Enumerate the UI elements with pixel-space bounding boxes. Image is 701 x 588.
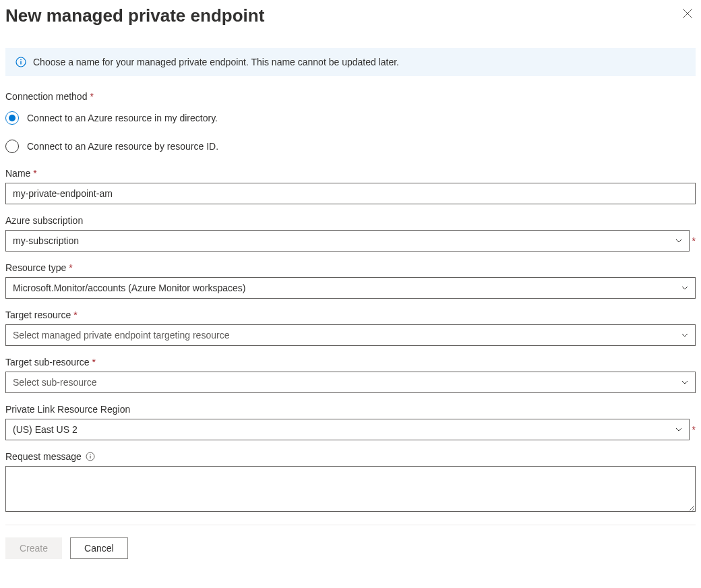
name-label: Name*	[5, 168, 696, 179]
target-sub-resource-label: Target sub-resource*	[5, 357, 696, 368]
region-select[interactable]	[5, 419, 690, 440]
create-button[interactable]: Create	[5, 537, 62, 559]
target-resource-label: Target resource*	[5, 310, 696, 320]
request-message-label: Request message	[5, 451, 696, 462]
target-resource-value[interactable]	[5, 324, 696, 346]
svg-rect-7	[90, 456, 90, 459]
required-indicator: *	[692, 424, 696, 435]
close-button[interactable]	[679, 5, 696, 24]
info-banner: Choose a name for your managed private e…	[5, 48, 696, 76]
subscription-label: Azure subscription	[5, 215, 696, 226]
target-resource-select[interactable]	[5, 324, 696, 346]
cancel-button[interactable]: Cancel	[70, 537, 128, 559]
svg-point-3	[20, 59, 22, 61]
subscription-value[interactable]	[5, 230, 690, 252]
radio-icon	[5, 140, 19, 153]
name-input[interactable]	[5, 183, 696, 204]
svg-point-6	[90, 454, 90, 454]
info-text: Choose a name for your managed private e…	[33, 57, 399, 67]
radio-connect-resource-id-label: Connect to an Azure resource by resource…	[27, 141, 218, 152]
radio-connect-directory[interactable]: Connect to an Azure resource in my direc…	[5, 111, 696, 125]
info-icon	[16, 57, 26, 67]
page-title: New managed private endpoint	[5, 5, 264, 26]
resource-type-value[interactable]	[5, 277, 696, 299]
target-sub-resource-value[interactable]	[5, 372, 696, 393]
resource-type-label: Resource type*	[5, 262, 696, 273]
target-sub-resource-select[interactable]	[5, 372, 696, 393]
required-indicator: *	[692, 235, 696, 246]
connection-method-label: Connection method*	[5, 91, 696, 102]
radio-connect-resource-id[interactable]: Connect to an Azure resource by resource…	[5, 140, 696, 153]
svg-rect-4	[20, 61, 21, 65]
request-message-input[interactable]	[5, 466, 696, 512]
subscription-select[interactable]	[5, 230, 690, 252]
radio-connect-directory-label: Connect to an Azure resource in my direc…	[27, 113, 218, 123]
region-value[interactable]	[5, 419, 690, 440]
close-icon	[682, 8, 693, 19]
radio-icon	[5, 111, 19, 125]
resource-type-select[interactable]	[5, 277, 696, 299]
region-label: Private Link Resource Region	[5, 404, 696, 415]
info-icon	[86, 452, 95, 461]
